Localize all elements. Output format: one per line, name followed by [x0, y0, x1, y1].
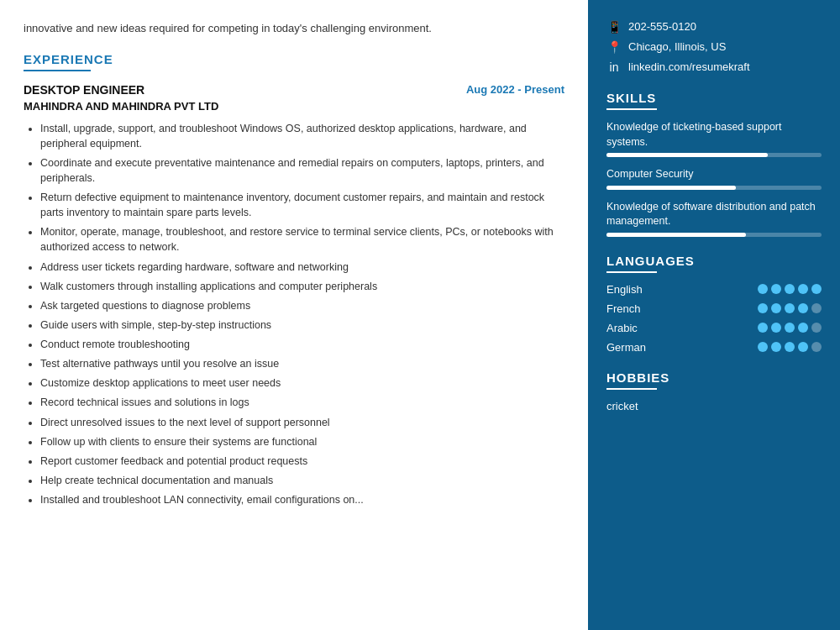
language-row: German — [606, 341, 822, 354]
right-panel: 📱 202-555-0120 📍 Chicago, Illinois, US i… — [588, 0, 840, 630]
dot-filled — [785, 323, 795, 333]
skill-item: Knowledge of software distribution and p… — [606, 200, 822, 237]
hobbies-divider — [606, 388, 657, 390]
experience-section-title: EXPERIENCE — [24, 52, 564, 66]
dot-filled — [798, 323, 808, 333]
bullet-item: Walk customers through installing applic… — [40, 279, 564, 294]
experience-divider — [24, 70, 91, 71]
contact-phone: 📱 202-555-0120 — [606, 20, 822, 34]
dot-filled — [758, 303, 768, 313]
dot-filled — [798, 284, 808, 294]
dot-filled — [771, 284, 781, 294]
dot-filled — [758, 342, 768, 352]
job-title: DESKTOP ENGINEER — [24, 83, 144, 97]
dot-filled — [785, 303, 795, 313]
linkedin-icon: in — [606, 60, 622, 74]
skill-label: Knowledge of software distribution and p… — [606, 200, 822, 229]
dot-filled — [811, 284, 822, 294]
language-dots — [758, 342, 822, 352]
job-header: DESKTOP ENGINEER Aug 2022 - Present — [24, 83, 564, 97]
intro-text: innovative and new ideas required for co… — [24, 20, 564, 37]
skill-item: Knowledge of ticketing-based support sys… — [606, 120, 822, 157]
skill-label: Computer Security — [606, 167, 822, 182]
skill-bar-track — [606, 233, 822, 237]
hobbies-text: cricket — [606, 400, 822, 412]
skill-bar-fill — [606, 186, 736, 190]
language-name: German — [606, 341, 661, 354]
bullet-item: Ask targeted questions to diagnose probl… — [40, 298, 564, 313]
languages-section-title: LANGUAGES — [606, 254, 822, 268]
dot-filled — [771, 323, 781, 333]
language-dots — [758, 284, 822, 294]
bullet-item: Return defective equipment to maintenanc… — [40, 190, 564, 220]
dot-filled — [758, 284, 768, 294]
language-dots — [758, 303, 822, 313]
language-name: Arabic — [606, 322, 661, 334]
job-company: MAHINDRA AND MAHINDRA PVT LTD — [24, 100, 564, 113]
skills-container: Knowledge of ticketing-based support sys… — [606, 120, 822, 237]
dot-filled — [785, 284, 795, 294]
dot-empty — [811, 303, 822, 313]
bullet-item: Monitor, operate, manage, troubleshoot, … — [40, 224, 564, 255]
languages-divider — [606, 271, 657, 273]
contact-linkedin: in linkedin.com/resumekraft — [606, 60, 822, 74]
language-row: Arabic — [606, 322, 822, 334]
job-date: Aug 2022 - Present — [466, 83, 564, 96]
bullet-item: Guide users with simple, step-by-step in… — [40, 318, 564, 333]
bullet-item: Test alternative pathways until you reso… — [40, 356, 564, 371]
language-dots — [758, 323, 822, 333]
dot-filled — [798, 303, 808, 313]
skill-bar-fill — [606, 153, 768, 157]
skills-section-title: SKILLS — [606, 91, 822, 105]
bullet-item: Report customer feedback and potential p… — [40, 454, 564, 469]
language-name: French — [606, 302, 661, 315]
bullet-item: Coordinate and execute preventative main… — [40, 155, 564, 186]
skill-label: Knowledge of ticketing-based support sys… — [606, 120, 822, 150]
bullet-item: Installed and troubleshoot LAN connectiv… — [40, 492, 564, 507]
dot-filled — [798, 342, 808, 352]
dot-empty — [811, 342, 822, 352]
hobbies-section-title: HOBBIES — [606, 370, 822, 385]
skill-bar-track — [606, 186, 822, 190]
language-row: French — [606, 302, 822, 315]
bullet-item: Direct unresolved issues to the next lev… — [40, 415, 564, 430]
skills-divider — [606, 108, 657, 110]
language-name: English — [606, 283, 661, 296]
resume-container: innovative and new ideas required for co… — [0, 0, 840, 630]
bullet-item: Address user tickets regarding hardware,… — [40, 260, 564, 275]
dot-empty — [811, 323, 822, 333]
dot-filled — [771, 303, 781, 313]
left-panel: innovative and new ideas required for co… — [0, 0, 588, 630]
phone-icon: 📱 — [606, 20, 622, 34]
skill-bar-track — [606, 153, 822, 157]
languages-container: EnglishFrenchArabicGerman — [606, 283, 822, 354]
language-row: English — [606, 283, 822, 296]
bullet-item: Record technical issues and solutions in… — [40, 395, 564, 410]
bullet-item: Conduct remote troubleshooting — [40, 337, 564, 352]
contact-location: 📍 Chicago, Illinois, US — [606, 40, 822, 54]
dot-filled — [785, 342, 795, 352]
job-bullets-list: Install, upgrade, support, and troublesh… — [24, 121, 564, 508]
skill-bar-fill — [606, 233, 746, 237]
skill-item: Computer Security — [606, 167, 822, 190]
location-icon: 📍 — [606, 40, 622, 54]
dot-filled — [771, 342, 781, 352]
bullet-item: Install, upgrade, support, and troublesh… — [40, 121, 564, 151]
bullet-item: Customize desktop applications to meet u… — [40, 375, 564, 391]
bullet-item: Help create technical documentation and … — [40, 473, 564, 488]
bullet-item: Follow up with clients to ensure their s… — [40, 434, 564, 449]
dot-filled — [758, 323, 768, 333]
